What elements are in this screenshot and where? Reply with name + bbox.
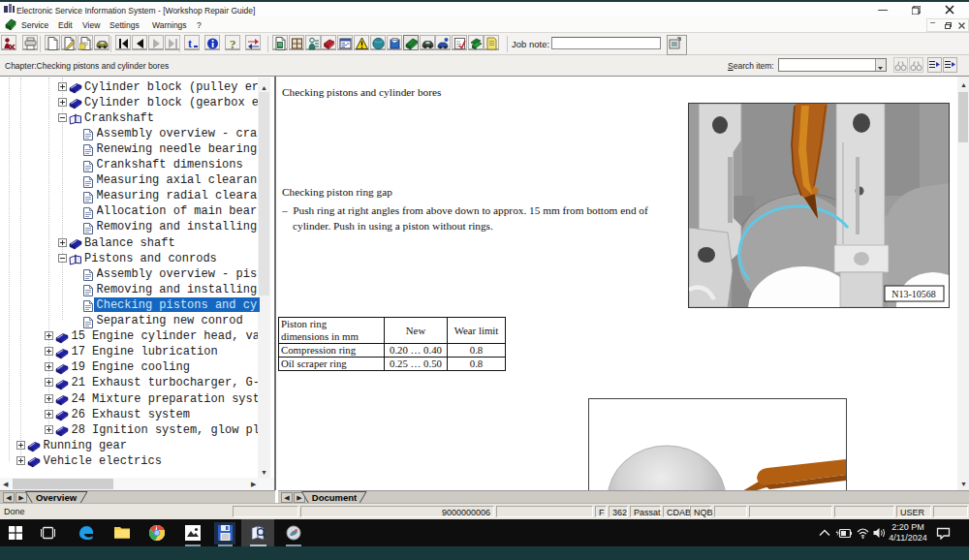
svg-text:Overview: Overview — [36, 492, 78, 503]
svg-text:t: t — [188, 37, 192, 50]
svg-text:?: ? — [230, 37, 236, 50]
svg-text:N13-10568: N13-10568 — [891, 289, 936, 299]
svg-text:Document: Document — [312, 492, 358, 503]
